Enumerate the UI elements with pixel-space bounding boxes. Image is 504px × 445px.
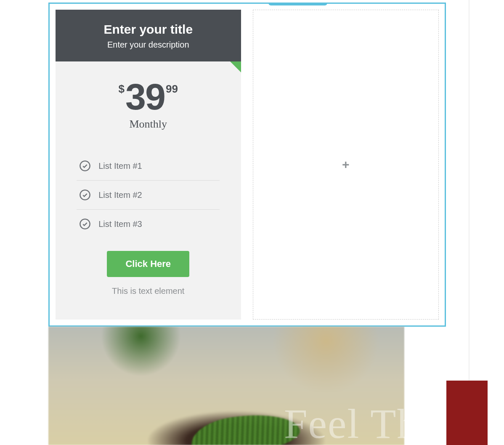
panel-divider	[469, 0, 470, 445]
section-handle[interactable]	[268, 3, 327, 5]
page-wrapper: POPULAR Enter your title Enter your desc…	[0, 0, 504, 445]
card-description[interactable]: Enter your description	[64, 40, 233, 50]
list-item[interactable]: List Item #1	[77, 152, 220, 181]
price-period[interactable]: Monthly	[72, 118, 224, 131]
price-integer: 39	[125, 78, 165, 115]
currency-symbol: $	[119, 83, 125, 96]
svg-point-0	[80, 161, 90, 171]
cta-button[interactable]: Click Here	[107, 251, 189, 277]
hero-section[interactable]: Feel The	[48, 327, 446, 445]
card-title[interactable]: Enter your title	[64, 22, 233, 37]
check-circle-icon	[79, 218, 91, 230]
editor-selected-section[interactable]: POPULAR Enter your title Enter your desc…	[48, 3, 446, 327]
hero-accent-block	[446, 381, 488, 445]
list-item[interactable]: List Item #2	[77, 181, 220, 210]
footer-text[interactable]: This is text element	[72, 286, 224, 296]
list-item-label: List Item #3	[98, 219, 142, 229]
svg-point-1	[80, 190, 90, 200]
price[interactable]: $ 39 99	[72, 78, 224, 115]
plus-icon: +	[342, 158, 350, 171]
empty-column-dropzone[interactable]: +	[253, 10, 439, 320]
check-circle-icon	[79, 160, 91, 172]
list-item[interactable]: List Item #3	[77, 210, 220, 238]
price-fraction: 99	[166, 83, 178, 96]
list-item-label: List Item #1	[98, 161, 142, 171]
check-circle-icon	[79, 189, 91, 201]
svg-point-2	[80, 219, 90, 229]
list-item-label: List Item #2	[98, 190, 142, 200]
card-header: Enter your title Enter your description	[56, 10, 241, 61]
feature-list: List Item #1 List Item #2 List Item #3	[77, 152, 220, 238]
pricing-card[interactable]: POPULAR Enter your title Enter your desc…	[56, 10, 241, 320]
hero-title[interactable]: Feel The	[284, 403, 438, 445]
card-body: $ 39 99 Monthly List Item #1	[56, 61, 241, 320]
